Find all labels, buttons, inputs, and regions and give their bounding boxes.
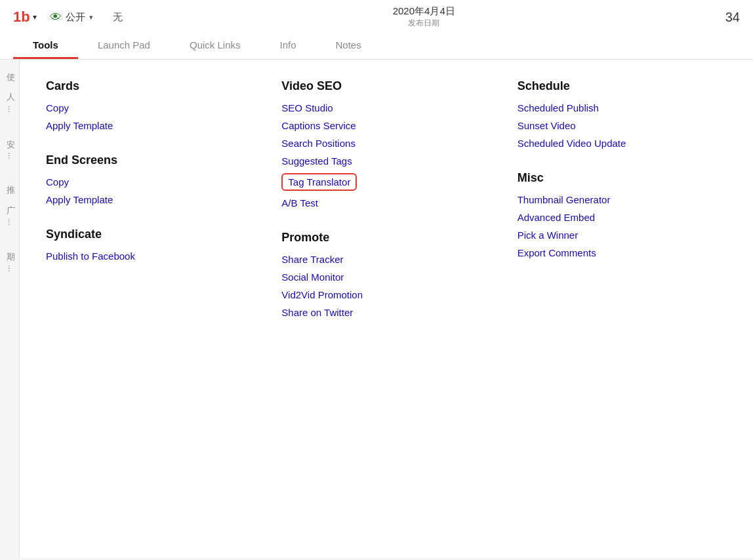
left-sidebar: 使 人 ... 安 ... 推 广 ... 期 ... bbox=[0, 60, 20, 558]
tab-info[interactable]: Info bbox=[260, 33, 316, 59]
tag-translator-link[interactable]: Tag Translator bbox=[281, 173, 357, 191]
schedule-title: Schedule bbox=[518, 79, 727, 93]
visibility-label: 公开 bbox=[66, 11, 85, 24]
header-left: 1b ▾ 👁 公开 ▾ 无 bbox=[13, 9, 123, 26]
nav-tabs: Tools Launch Pad Quick Links Info Notes bbox=[13, 33, 740, 59]
publish-facebook-link[interactable]: Publish to Facebook bbox=[46, 250, 255, 262]
promote-title: Promote bbox=[281, 231, 491, 245]
section-schedule: Schedule Scheduled Publish Sunset Video … bbox=[518, 79, 727, 155]
captions-service-link[interactable]: Captions Service bbox=[281, 120, 491, 131]
cards-apply-link[interactable]: Apply Template bbox=[46, 120, 255, 131]
logo-chevron-icon: ▾ bbox=[33, 12, 37, 22]
section-promote: Promote Share Tracker Social Monitor Vid… bbox=[281, 231, 491, 325]
header-center: 2020年4月4日 发布日期 bbox=[393, 5, 455, 29]
menu-column-3: Schedule Scheduled Publish Sunset Video … bbox=[518, 79, 727, 340]
menu-column-1: Cards Copy Apply Template End Screens Co… bbox=[46, 79, 255, 340]
header-top: 1b ▾ 👁 公开 ▾ 无 2020年4月4日 发布日期 34 bbox=[13, 5, 740, 33]
social-monitor-link[interactable]: Social Monitor bbox=[281, 271, 491, 283]
tab-tools[interactable]: Tools bbox=[13, 33, 78, 59]
seo-studio-link[interactable]: SEO Studio bbox=[281, 102, 491, 113]
scheduled-publish-link[interactable]: Scheduled Publish bbox=[518, 102, 727, 113]
search-positions-link[interactable]: Search Positions bbox=[281, 138, 491, 149]
tab-notes[interactable]: Notes bbox=[316, 33, 381, 59]
share-twitter-link[interactable]: Share on Twitter bbox=[281, 307, 491, 318]
section-cards: Cards Copy Apply Template bbox=[46, 79, 255, 138]
cards-copy-link[interactable]: Copy bbox=[46, 102, 255, 113]
video-seo-title: Video SEO bbox=[281, 79, 491, 93]
main-content: 使 人 ... 安 ... 推 广 ... 期 ... Cards Copy A… bbox=[0, 60, 753, 558]
sidebar-char-5: ... bbox=[3, 152, 16, 159]
visibility-section[interactable]: 👁 公开 ▾ bbox=[50, 10, 93, 24]
share-tracker-link[interactable]: Share Tracker bbox=[281, 254, 491, 265]
sunset-video-link[interactable]: Sunset Video bbox=[518, 120, 727, 131]
sidebar-char-3: ... bbox=[3, 106, 16, 113]
advanced-embed-link[interactable]: Advanced Embed bbox=[518, 212, 727, 223]
end-screens-title: End Screens bbox=[46, 153, 255, 167]
menu-area: Cards Copy Apply Template End Screens Co… bbox=[20, 60, 753, 558]
thumbnail-generator-link[interactable]: Thumbnail Generator bbox=[518, 194, 727, 205]
end-screens-copy-link[interactable]: Copy bbox=[46, 176, 255, 188]
wu-label: 无 bbox=[113, 11, 123, 24]
header-bar: 1b ▾ 👁 公开 ▾ 无 2020年4月4日 发布日期 34 Tools La… bbox=[0, 0, 753, 60]
tab-quicklinks[interactable]: Quick Links bbox=[170, 33, 260, 59]
vid2vid-link[interactable]: Vid2Vid Promotion bbox=[281, 289, 491, 300]
misc-title: Misc bbox=[518, 171, 727, 185]
date-sub: 发布日期 bbox=[393, 18, 455, 29]
section-misc: Misc Thumbnail Generator Advanced Embed … bbox=[518, 171, 727, 265]
eye-icon: 👁 bbox=[50, 10, 62, 24]
suggested-tags-link[interactable]: Suggested Tags bbox=[281, 155, 491, 167]
menu-columns: Cards Copy Apply Template End Screens Co… bbox=[46, 79, 727, 340]
section-syndicate: Syndicate Publish to Facebook bbox=[46, 228, 255, 268]
pick-winner-link[interactable]: Pick a Winner bbox=[518, 230, 727, 241]
sidebar-char-10: ... bbox=[3, 265, 16, 272]
cards-title: Cards bbox=[46, 79, 255, 93]
ab-test-link[interactable]: A/B Test bbox=[281, 197, 491, 209]
end-screens-apply-link[interactable]: Apply Template bbox=[46, 194, 255, 205]
date-value: 2020年4月4日 bbox=[393, 5, 455, 18]
export-comments-link[interactable]: Export Comments bbox=[518, 247, 727, 258]
menu-column-2: Video SEO SEO Studio Captions Service Se… bbox=[281, 79, 491, 340]
syndicate-title: Syndicate bbox=[46, 228, 255, 241]
section-end-screens: End Screens Copy Apply Template bbox=[46, 153, 255, 212]
section-video-seo: Video SEO SEO Studio Captions Service Se… bbox=[281, 79, 491, 215]
tab-launchpad[interactable]: Launch Pad bbox=[78, 33, 170, 59]
scheduled-video-update-link[interactable]: Scheduled Video Update bbox=[518, 138, 727, 149]
sidebar-char-8: ... bbox=[3, 218, 16, 226]
visibility-chevron-icon: ▾ bbox=[89, 13, 93, 22]
header-count: 34 bbox=[725, 10, 740, 25]
logo[interactable]: 1b ▾ bbox=[13, 9, 37, 26]
logo-icon: 1b bbox=[13, 9, 30, 26]
